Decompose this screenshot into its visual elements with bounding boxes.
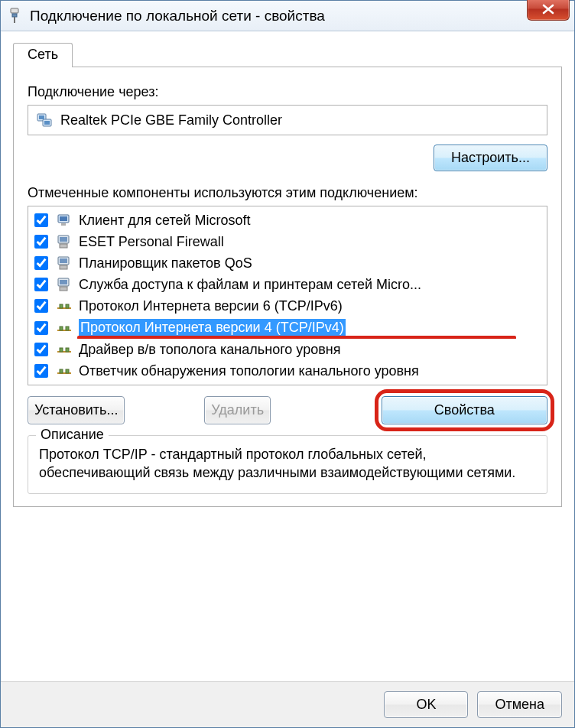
svg-rect-6 (44, 121, 50, 125)
component-checkbox[interactable] (34, 278, 48, 291)
svg-rect-18 (60, 287, 67, 291)
install-button[interactable]: Установить... (28, 396, 125, 424)
list-item[interactable]: Ответчик обнаружения топологии канальног… (28, 360, 547, 382)
service-icon (56, 255, 73, 271)
svg-rect-24 (66, 327, 69, 330)
svg-rect-17 (60, 280, 67, 284)
description-text: Протокол TCP/IP - стандартный протокол г… (39, 445, 536, 483)
window-title: Подключение по локальной сети - свойства (30, 8, 325, 24)
component-checkbox[interactable] (34, 321, 48, 335)
component-checkbox[interactable] (34, 364, 48, 378)
component-label: ESET Personal Firewall (79, 234, 224, 250)
component-checkbox[interactable] (34, 213, 48, 227)
tab-panel-network: Подключение через: Realtek PCIe GBE Fami… (13, 67, 562, 507)
component-label: Протокол Интернета версии 4 (TCP/IPv4) (79, 319, 346, 336)
svg-rect-15 (60, 265, 67, 269)
titlebar[interactable]: Подключение по локальной сети - свойства (1, 1, 574, 31)
component-checkbox[interactable] (34, 256, 48, 270)
description-title: Описание (36, 427, 109, 443)
components-label: Отмеченные компоненты используются этим … (28, 185, 547, 201)
list-item[interactable]: Планировщик пакетов QoS (28, 252, 547, 274)
component-checkbox[interactable] (34, 299, 48, 313)
dialog-footer: OK Отмена (1, 681, 574, 727)
component-label: Ответчик обнаружения топологии канальног… (79, 363, 419, 379)
svg-rect-21 (66, 304, 69, 308)
service-icon (56, 233, 73, 250)
protocol-icon (56, 362, 73, 379)
component-label: Драйвер в/в тополога канального уровня (79, 342, 340, 358)
highlight-underline (77, 336, 516, 339)
protocol-icon (56, 297, 73, 314)
component-label: Планировщик пакетов QoS (79, 255, 252, 271)
description-group: Описание Протокол TCP/IP - стандартный п… (28, 435, 547, 494)
service-icon (56, 276, 73, 293)
app-icon (7, 7, 22, 25)
component-checkbox[interactable] (34, 343, 48, 356)
component-label: Служба доступа к файлам и принтерам сете… (79, 277, 421, 293)
svg-rect-30 (66, 369, 69, 373)
close-button[interactable] (527, 0, 570, 21)
client-icon (56, 212, 73, 229)
svg-rect-0 (11, 8, 18, 13)
svg-rect-14 (60, 258, 67, 263)
configure-button[interactable]: Настроить... (434, 145, 547, 171)
adapter-box[interactable]: Realtek PCIe GBE Family Controller (28, 105, 547, 135)
list-item[interactable]: Протокол Интернета версии 6 (TCP/IPv6) (28, 295, 547, 317)
list-item[interactable]: Служба доступа к файлам и принтерам сете… (28, 274, 547, 295)
components-list[interactable]: Клиент для сетей MicrosoftESET Personal … (28, 206, 547, 385)
properties-dialog: Подключение по локальной сети - свойства… (0, 0, 575, 728)
svg-rect-11 (60, 237, 67, 242)
svg-rect-12 (60, 244, 67, 248)
protocol-icon (56, 320, 73, 336)
svg-rect-1 (12, 14, 17, 17)
svg-rect-29 (60, 369, 63, 373)
svg-rect-9 (61, 223, 66, 226)
list-item[interactable]: Протокол Интернета версии 4 (TCP/IPv4) (28, 317, 547, 339)
protocol-icon (56, 341, 73, 358)
list-item[interactable]: ESET Personal Firewall (28, 231, 547, 252)
svg-rect-26 (60, 348, 63, 352)
list-item[interactable]: Драйвер в/в тополога канального уровня (28, 339, 547, 360)
component-label: Клиент для сетей Microsoft (79, 213, 251, 229)
svg-rect-27 (66, 348, 69, 352)
component-checkbox[interactable] (34, 235, 48, 249)
properties-highlight: Свойства (375, 389, 554, 431)
tab-network[interactable]: Сеть (13, 43, 73, 67)
ok-button[interactable]: OK (384, 691, 468, 718)
network-adapter-icon (36, 112, 53, 128)
list-item[interactable]: Клиент для сетей Microsoft (28, 210, 547, 231)
component-label: Протокол Интернета версии 6 (TCP/IPv6) (79, 298, 343, 314)
uninstall-button[interactable]: Удалить (204, 396, 271, 424)
connect-via-label: Подключение через: (28, 84, 547, 100)
svg-rect-20 (60, 304, 63, 308)
svg-rect-5 (39, 115, 44, 119)
svg-rect-23 (60, 327, 63, 330)
cancel-button[interactable]: Отмена (477, 691, 562, 718)
content-area: Сеть Подключение через: Realtek PCIe GBE… (1, 31, 574, 515)
properties-button[interactable]: Свойства (382, 396, 547, 424)
svg-rect-8 (60, 216, 67, 221)
adapter-name: Realtek PCIe GBE Family Controller (60, 112, 282, 128)
